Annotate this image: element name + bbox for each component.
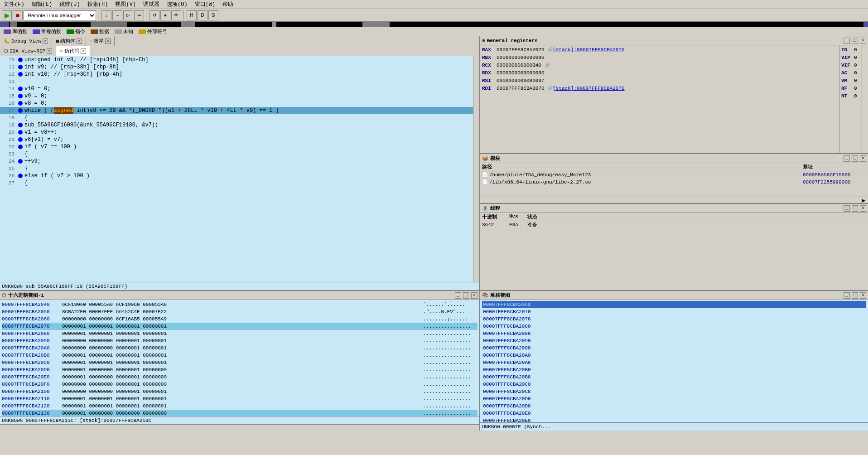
legend-color-data — [91, 29, 98, 34]
tab-struct-close[interactable]: × — [77, 39, 82, 44]
stack-line: 00007FFF8CBA2070 — [482, 308, 866, 315]
stack-close-btn[interactable]: × — [860, 292, 866, 299]
tab-ida-close[interactable]: × — [47, 48, 52, 54]
thread-minimize-btn[interactable]: _ — [844, 205, 850, 212]
tab-ida-view-rip[interactable]: ⬡ IDA View-RIP × — [0, 46, 56, 56]
step-over-button[interactable]: → — [112, 10, 122, 20]
mod-path-2: /lib/x86_64-linux-gnu/libc-2.27.so — [489, 179, 803, 186]
run-to-cursor-button[interactable]: ⇒ — [134, 10, 144, 20]
line-number: 25 — [2, 165, 14, 172]
tab-enum-close[interactable]: × — [105, 39, 111, 44]
menu-item-help[interactable]: 帮助 — [221, 0, 235, 8]
hex-line: 00007FFF8CBA207000000001 00000001 000000… — [2, 323, 477, 330]
thread-maximize-btn[interactable]: □ — [852, 205, 858, 212]
menu-item-search[interactable]: 搜索(H) — [86, 0, 110, 8]
breakpoint-button[interactable]: ● — [160, 10, 170, 20]
registers-icon: ⚙ — [482, 38, 485, 44]
run-button[interactable]: ▷ — [123, 10, 133, 20]
menu-item-options[interactable]: 选项(O) — [165, 0, 189, 8]
menu-item-debugger[interactable]: 调试器 — [141, 0, 161, 8]
line-number: 17 — [2, 107, 14, 114]
hex-ascii: ........j...... — [423, 315, 477, 323]
thread-close-btn[interactable]: × — [860, 205, 866, 212]
hex-close-btn[interactable]: × — [471, 292, 477, 299]
toolbar-separator3 — [183, 10, 185, 20]
menu-item-view[interactable]: 视图(V) — [113, 0, 138, 8]
hex-line: 00007FFF8CBA20C000000001 00000001 000000… — [2, 359, 477, 366]
hex-ascii: ................ — [423, 388, 477, 395]
legend-label-external: 外部符号 — [147, 28, 167, 35]
hex-address: 00007FFF8CBA2070 — [2, 323, 58, 330]
hex-bytes: 00000000 00000000 00000001 00000001 — [62, 388, 420, 395]
code-line: 17while ( (signed int)v8 <= 29 && *(_DWO… — [0, 107, 479, 114]
tab-enum[interactable]: ≡ 枚举 × — [86, 36, 115, 46]
code-scrollbar-v[interactable] — [473, 56, 479, 282]
debugger-dropdown[interactable]: Remote Linux debugger — [24, 10, 96, 20]
mod-scroll-right[interactable]: ▶ — [862, 197, 868, 203]
mod-minimize-btn[interactable]: _ — [844, 155, 850, 162]
menu-item-window[interactable]: 窗口(W) — [193, 0, 217, 8]
line-breakpoint-dot — [18, 137, 23, 142]
modules-panel: 📦 模块 _ □ × 路径 基址 📄 /home/pluie/IDA_debug… — [480, 154, 868, 204]
hex-ascii: ................ — [423, 410, 477, 416]
line-breakpoint-dot — [18, 87, 23, 91]
thread-id-hex: E3A — [509, 221, 527, 228]
hex-line: 00007FFF8CBA209000000000 00000000 000000… — [2, 337, 477, 344]
hex-button[interactable]: H — [187, 10, 197, 20]
reg-rdi-link[interactable]: [stack]:00007FFF8CBA2070 — [553, 85, 624, 92]
line-number: 19 — [2, 121, 14, 129]
menu-item-edit[interactable]: 编辑(E) — [30, 0, 54, 8]
tab-debug-close[interactable]: × — [43, 39, 48, 44]
modules-scrollbar-h[interactable]: ▶ — [480, 197, 868, 203]
refresh-button[interactable]: ↺ — [149, 10, 159, 20]
code-line: 15v9 = 0; — [0, 92, 479, 100]
code-line: 16v8 = 0; — [0, 100, 479, 107]
reg-scrollbar[interactable] — [862, 45, 868, 153]
progress-seg5 — [272, 22, 276, 27]
reg-minimize-btn[interactable]: _ — [844, 38, 850, 44]
tab-pseudocode[interactable]: ≋ 伪代码 × — [56, 46, 90, 56]
line-code-text: unsigned int v8; // [rsp+34h] [rbp-Ch] — [24, 56, 477, 63]
menu-item-file[interactable]: 文件(F) — [2, 0, 26, 8]
stack-content[interactable]: 00007FFF8CBA206800007FFF8CBA207000007FFF… — [480, 300, 868, 422]
watch-button[interactable]: 👁 — [171, 10, 181, 20]
hex-minimize-btn[interactable]: _ — [455, 292, 461, 299]
step-into-button[interactable]: ↓ — [101, 10, 111, 20]
tab-debug-view[interactable]: 🐛 Debug View × — [0, 36, 52, 46]
code-view[interactable]: 10unsigned int v8; // [rsp+34h] [rbp-Ch]… — [0, 56, 479, 282]
hex-line: 00007FFF8CBA20B000000001 00000001 000000… — [2, 352, 477, 359]
hex-bytes: 00000001 00000000 00000000 00000000 — [62, 410, 420, 416]
reg-rbx: RBX 0000000000000000 — [480, 54, 839, 62]
menu-item-jump[interactable]: 跳转(J) — [58, 0, 82, 8]
reg-rax-link[interactable]: [stack]:00007FFF8CBA2070 — [553, 46, 624, 54]
hex-content[interactable]: 00007FFF8CBA20406CF19060 000055A9 6CF190… — [0, 300, 479, 416]
debug-view-icon: 🐛 — [4, 38, 10, 44]
stack-line: 00007FFF8CBA2088 — [482, 330, 866, 337]
second-tab-bar: ⬡ IDA View-RIP × ≋ 伪代码 × — [0, 46, 479, 56]
hex-address: 00007FFF8CBA2090 — [2, 337, 58, 344]
hex-scrollbar-h[interactable] — [0, 424, 479, 431]
disasm-button[interactable]: D — [198, 10, 207, 20]
stack-status-bar: UNKNOW 00007F (Synch... — [480, 422, 868, 431]
code-line: 27{ — [0, 179, 479, 187]
line-breakpoint-dot — [18, 145, 23, 149]
stop-button[interactable]: ■ — [13, 10, 23, 20]
struct-button[interactable]: S — [208, 10, 218, 20]
tab-spacer — [115, 36, 479, 46]
mod-maximize-btn[interactable]: □ — [852, 155, 858, 162]
tab-struct[interactable]: ▦ 结构体 × — [52, 36, 86, 46]
hex-maximize-btn[interactable]: □ — [463, 292, 469, 299]
stack-address: 00007FFF8CBA20A0 — [483, 352, 531, 359]
thread-col3-header: 状态 — [527, 213, 866, 220]
play-button[interactable]: ▶ — [2, 10, 12, 20]
legend-color-library — [4, 29, 11, 34]
reg-close-btn[interactable]: × — [860, 38, 866, 44]
legend-instruction: 指令 — [67, 28, 85, 35]
left-panel: 🐛 Debug View × ▦ 结构体 × ≡ 枚举 × ⬡ IDA View — [0, 36, 480, 290]
stack-maximize-btn[interactable]: □ — [852, 292, 858, 299]
line-number: 18 — [2, 114, 14, 121]
stack-minimize-btn[interactable]: _ — [844, 292, 850, 299]
reg-maximize-btn[interactable]: □ — [852, 38, 858, 44]
tab-pseudo-close[interactable]: × — [81, 48, 86, 54]
mod-close-btn[interactable]: × — [860, 155, 866, 162]
